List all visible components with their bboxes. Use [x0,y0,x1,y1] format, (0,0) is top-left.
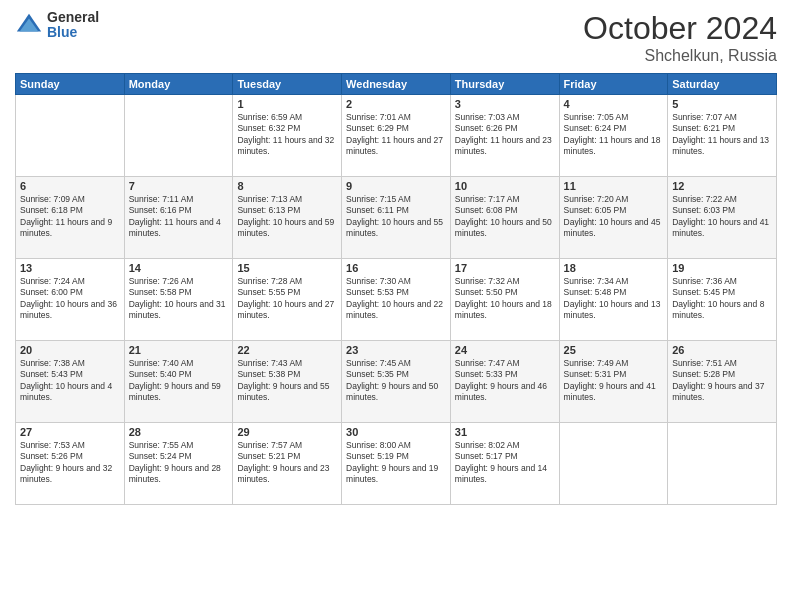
cell-info: Sunrise: 7:51 AM Sunset: 5:28 PM Dayligh… [672,358,772,404]
week-row-1: 1Sunrise: 6:59 AM Sunset: 6:32 PM Daylig… [16,95,777,177]
cell-info: Sunrise: 7:30 AM Sunset: 5:53 PM Dayligh… [346,276,446,322]
calendar-cell: 26Sunrise: 7:51 AM Sunset: 5:28 PM Dayli… [668,341,777,423]
week-row-4: 20Sunrise: 7:38 AM Sunset: 5:43 PM Dayli… [16,341,777,423]
calendar-cell: 8Sunrise: 7:13 AM Sunset: 6:13 PM Daylig… [233,177,342,259]
logo-icon [15,11,43,39]
cell-info: Sunrise: 7:26 AM Sunset: 5:58 PM Dayligh… [129,276,229,322]
calendar-cell: 15Sunrise: 7:28 AM Sunset: 5:55 PM Dayli… [233,259,342,341]
calendar-cell: 17Sunrise: 7:32 AM Sunset: 5:50 PM Dayli… [450,259,559,341]
calendar-cell: 27Sunrise: 7:53 AM Sunset: 5:26 PM Dayli… [16,423,125,505]
col-tuesday: Tuesday [233,74,342,95]
calendar-cell: 28Sunrise: 7:55 AM Sunset: 5:24 PM Dayli… [124,423,233,505]
week-row-5: 27Sunrise: 7:53 AM Sunset: 5:26 PM Dayli… [16,423,777,505]
calendar-cell: 22Sunrise: 7:43 AM Sunset: 5:38 PM Dayli… [233,341,342,423]
calendar-cell: 12Sunrise: 7:22 AM Sunset: 6:03 PM Dayli… [668,177,777,259]
cell-info: Sunrise: 7:05 AM Sunset: 6:24 PM Dayligh… [564,112,664,158]
calendar-cell: 16Sunrise: 7:30 AM Sunset: 5:53 PM Dayli… [342,259,451,341]
page: General Blue October 2024 Shchelkun, Rus… [0,0,792,612]
day-number: 15 [237,262,337,274]
calendar-cell [124,95,233,177]
cell-info: Sunrise: 7:20 AM Sunset: 6:05 PM Dayligh… [564,194,664,240]
col-saturday: Saturday [668,74,777,95]
calendar-table: Sunday Monday Tuesday Wednesday Thursday… [15,73,777,505]
day-number: 19 [672,262,772,274]
col-wednesday: Wednesday [342,74,451,95]
calendar-cell: 30Sunrise: 8:00 AM Sunset: 5:19 PM Dayli… [342,423,451,505]
day-number: 28 [129,426,229,438]
calendar-cell: 21Sunrise: 7:40 AM Sunset: 5:40 PM Dayli… [124,341,233,423]
cell-info: Sunrise: 7:22 AM Sunset: 6:03 PM Dayligh… [672,194,772,240]
cell-info: Sunrise: 7:40 AM Sunset: 5:40 PM Dayligh… [129,358,229,404]
cell-info: Sunrise: 8:02 AM Sunset: 5:17 PM Dayligh… [455,440,555,486]
day-number: 22 [237,344,337,356]
calendar-cell: 11Sunrise: 7:20 AM Sunset: 6:05 PM Dayli… [559,177,668,259]
calendar-cell: 9Sunrise: 7:15 AM Sunset: 6:11 PM Daylig… [342,177,451,259]
cell-info: Sunrise: 7:09 AM Sunset: 6:18 PM Dayligh… [20,194,120,240]
day-number: 6 [20,180,120,192]
calendar-cell: 7Sunrise: 7:11 AM Sunset: 6:16 PM Daylig… [124,177,233,259]
day-number: 16 [346,262,446,274]
calendar-cell: 6Sunrise: 7:09 AM Sunset: 6:18 PM Daylig… [16,177,125,259]
cell-info: Sunrise: 7:47 AM Sunset: 5:33 PM Dayligh… [455,358,555,404]
day-number: 31 [455,426,555,438]
calendar-cell: 19Sunrise: 7:36 AM Sunset: 5:45 PM Dayli… [668,259,777,341]
day-number: 29 [237,426,337,438]
day-number: 9 [346,180,446,192]
day-number: 30 [346,426,446,438]
cell-info: Sunrise: 7:38 AM Sunset: 5:43 PM Dayligh… [20,358,120,404]
day-number: 7 [129,180,229,192]
calendar-cell: 18Sunrise: 7:34 AM Sunset: 5:48 PM Dayli… [559,259,668,341]
col-sunday: Sunday [16,74,125,95]
day-number: 17 [455,262,555,274]
cell-info: Sunrise: 7:36 AM Sunset: 5:45 PM Dayligh… [672,276,772,322]
calendar-cell: 14Sunrise: 7:26 AM Sunset: 5:58 PM Dayli… [124,259,233,341]
day-number: 4 [564,98,664,110]
day-number: 3 [455,98,555,110]
week-row-3: 13Sunrise: 7:24 AM Sunset: 6:00 PM Dayli… [16,259,777,341]
cell-info: Sunrise: 7:43 AM Sunset: 5:38 PM Dayligh… [237,358,337,404]
calendar-cell: 29Sunrise: 7:57 AM Sunset: 5:21 PM Dayli… [233,423,342,505]
day-number: 26 [672,344,772,356]
cell-info: Sunrise: 7:57 AM Sunset: 5:21 PM Dayligh… [237,440,337,486]
cell-info: Sunrise: 6:59 AM Sunset: 6:32 PM Dayligh… [237,112,337,158]
day-number: 21 [129,344,229,356]
calendar-cell: 4Sunrise: 7:05 AM Sunset: 6:24 PM Daylig… [559,95,668,177]
cell-info: Sunrise: 7:45 AM Sunset: 5:35 PM Dayligh… [346,358,446,404]
title-block: October 2024 Shchelkun, Russia [583,10,777,65]
day-number: 2 [346,98,446,110]
cell-info: Sunrise: 7:53 AM Sunset: 5:26 PM Dayligh… [20,440,120,486]
logo: General Blue [15,10,99,41]
calendar-cell: 5Sunrise: 7:07 AM Sunset: 6:21 PM Daylig… [668,95,777,177]
day-number: 5 [672,98,772,110]
calendar-cell: 13Sunrise: 7:24 AM Sunset: 6:00 PM Dayli… [16,259,125,341]
day-number: 27 [20,426,120,438]
day-number: 14 [129,262,229,274]
calendar-cell: 1Sunrise: 6:59 AM Sunset: 6:32 PM Daylig… [233,95,342,177]
calendar-cell: 24Sunrise: 7:47 AM Sunset: 5:33 PM Dayli… [450,341,559,423]
cell-info: Sunrise: 7:34 AM Sunset: 5:48 PM Dayligh… [564,276,664,322]
cell-info: Sunrise: 8:00 AM Sunset: 5:19 PM Dayligh… [346,440,446,486]
title-month: October 2024 [583,10,777,47]
cell-info: Sunrise: 7:11 AM Sunset: 6:16 PM Dayligh… [129,194,229,240]
cell-info: Sunrise: 7:03 AM Sunset: 6:26 PM Dayligh… [455,112,555,158]
calendar-cell: 20Sunrise: 7:38 AM Sunset: 5:43 PM Dayli… [16,341,125,423]
calendar-cell: 25Sunrise: 7:49 AM Sunset: 5:31 PM Dayli… [559,341,668,423]
day-number: 10 [455,180,555,192]
calendar-cell: 23Sunrise: 7:45 AM Sunset: 5:35 PM Dayli… [342,341,451,423]
day-number: 20 [20,344,120,356]
calendar-cell: 31Sunrise: 8:02 AM Sunset: 5:17 PM Dayli… [450,423,559,505]
day-number: 12 [672,180,772,192]
cell-info: Sunrise: 7:55 AM Sunset: 5:24 PM Dayligh… [129,440,229,486]
cell-info: Sunrise: 7:28 AM Sunset: 5:55 PM Dayligh… [237,276,337,322]
calendar-cell: 10Sunrise: 7:17 AM Sunset: 6:08 PM Dayli… [450,177,559,259]
cell-info: Sunrise: 7:15 AM Sunset: 6:11 PM Dayligh… [346,194,446,240]
cell-info: Sunrise: 7:07 AM Sunset: 6:21 PM Dayligh… [672,112,772,158]
calendar-cell [668,423,777,505]
day-number: 13 [20,262,120,274]
week-row-2: 6Sunrise: 7:09 AM Sunset: 6:18 PM Daylig… [16,177,777,259]
day-number: 24 [455,344,555,356]
calendar-cell [16,95,125,177]
cell-info: Sunrise: 7:32 AM Sunset: 5:50 PM Dayligh… [455,276,555,322]
cell-info: Sunrise: 7:49 AM Sunset: 5:31 PM Dayligh… [564,358,664,404]
day-number: 11 [564,180,664,192]
